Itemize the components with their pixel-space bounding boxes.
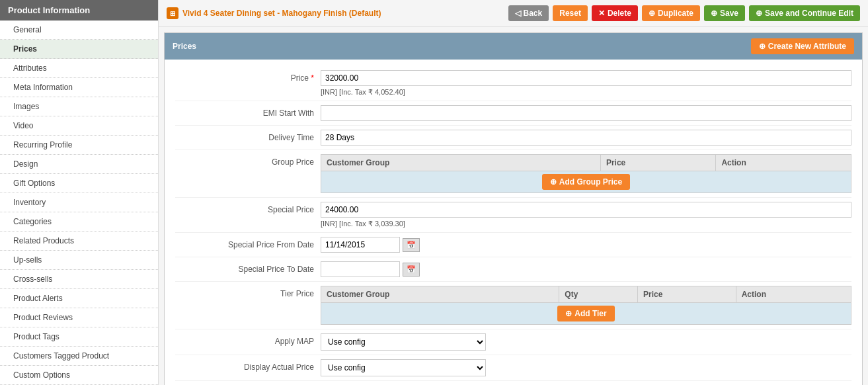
sidebar-item-customers-tagged[interactable]: Customers Tagged Product: [0, 347, 158, 366]
add-tier-row: ⊕ Add Tier: [321, 303, 851, 325]
calendar-from-button[interactable]: 📅: [403, 238, 420, 252]
special-price-to-label: Special Price To Date: [175, 261, 321, 277]
price-required: *: [311, 73, 314, 83]
group-price-row: Group Price Customer Group Price Action: [175, 150, 851, 198]
sidebar-header: Product Information: [0, 0, 158, 21]
special-price-from-row: Special Price From Date 📅: [175, 233, 851, 257]
group-price-field: Customer Group Price Action ⊕: [321, 154, 851, 193]
tier-price-table: Customer Group Qty Price Action: [321, 286, 851, 325]
product-title: ⊞ Vivid 4 Seater Dining set - Mahogany F…: [167, 7, 504, 19]
apply-map-select[interactable]: Use config Yes No: [321, 333, 486, 351]
emi-label: EMI Start With: [175, 105, 321, 121]
add-group-price-row: ⊕ Add Group Price: [321, 171, 851, 193]
tier-col-2: Qty: [559, 286, 638, 303]
sidebar-item-inventory[interactable]: Inventory: [0, 193, 158, 212]
group-price-table: Customer Group Price Action ⊕: [321, 154, 851, 193]
sidebar-item-product-reviews[interactable]: Product Reviews: [0, 308, 158, 327]
special-price-from-field: 📅: [321, 237, 851, 253]
sidebar-item-custom-options[interactable]: Custom Options: [0, 366, 158, 385]
sidebar-item-related-products[interactable]: Related Products: [0, 232, 158, 251]
calendar-to-button[interactable]: 📅: [403, 263, 420, 277]
apply-map-field: Use config Yes No: [321, 333, 851, 351]
sidebar-item-video[interactable]: Video: [0, 116, 158, 136]
save-button[interactable]: ⊕ Save: [704, 5, 745, 21]
sidebar-item-gift-options[interactable]: Gift Options: [0, 174, 158, 193]
price-tax: [INR] [Inc. Tax ₹ 4,052.40]: [321, 88, 851, 97]
reset-button[interactable]: Reset: [553, 5, 588, 21]
sidebar-item-product-tags[interactable]: Product Tags: [0, 327, 158, 347]
apply-map-row: Apply MAP Use config Yes No: [175, 329, 851, 355]
save-icon: ⊕: [711, 9, 717, 18]
delivery-row: Delivey Time: [175, 126, 851, 150]
price-field: [INR] [Inc. Tax ₹ 4,052.40]: [321, 70, 851, 97]
special-price-from-input[interactable]: [321, 237, 400, 253]
emi-field: [321, 105, 851, 121]
sidebar-item-categories[interactable]: Categories: [0, 212, 158, 232]
sidebar-item-cross-sells[interactable]: Cross-sells: [0, 270, 158, 289]
sidebar-item-meta-information[interactable]: Meta Information: [0, 78, 158, 97]
special-price-to-input[interactable]: [321, 261, 400, 277]
tier-price-field: Customer Group Qty Price Action: [321, 286, 851, 325]
special-price-tax: [INR] [Inc. Tax ₹ 3,039.30]: [321, 220, 851, 228]
main-content: ⊞ Vivid 4 Seater Dining set - Mahogany F…: [159, 0, 868, 385]
sidebar-item-images[interactable]: Images: [0, 97, 158, 116]
back-button[interactable]: ◁ Back: [508, 5, 549, 21]
group-price-col-1: Customer Group: [321, 155, 601, 171]
special-price-to-row: Special Price To Date 📅: [175, 257, 851, 282]
delete-icon: ✕: [598, 9, 605, 18]
display-actual-row: Display Actual Price Use config Yes No: [175, 355, 851, 381]
save-continue-icon: ⊕: [756, 9, 762, 18]
delivery-input[interactable]: [321, 130, 851, 146]
display-actual-field: Use config Yes No: [321, 359, 851, 376]
tier-col-4: Action: [736, 286, 851, 303]
create-attr-button[interactable]: ⊕ Create New Attribute: [751, 38, 854, 54]
save-continue-button[interactable]: ⊕ Save and Continue Edit: [749, 5, 860, 21]
group-price-col-3: Action: [716, 155, 851, 171]
date-to-wrap: 📅: [321, 261, 851, 277]
special-price-to-field: 📅: [321, 261, 851, 277]
apply-map-label: Apply MAP: [175, 333, 321, 349]
display-actual-label: Display Actual Price: [175, 359, 321, 375]
emi-input[interactable]: [321, 105, 851, 121]
delivery-field: [321, 130, 851, 146]
sidebar-item-design[interactable]: Design: [0, 155, 158, 174]
sidebar-item-product-alerts[interactable]: Product Alerts: [0, 289, 158, 308]
special-price-field: [INR] [Inc. Tax ₹ 3,039.30]: [321, 202, 851, 228]
date-from-wrap: 📅: [321, 237, 851, 253]
price-row: Price * [INR] [Inc. Tax ₹ 4,052.40]: [175, 66, 851, 101]
sidebar-item-recurring-profile[interactable]: Recurring Profile: [0, 136, 158, 155]
sidebar-item-attributes[interactable]: Attributes: [0, 59, 158, 78]
tier-col-3: Price: [638, 286, 736, 303]
tier-col-1: Customer Group: [321, 286, 559, 303]
delivery-label: Delivey Time: [175, 130, 321, 146]
create-attr-icon: ⊕: [759, 42, 766, 51]
topbar: ⊞ Vivid 4 Seater Dining set - Mahogany F…: [159, 0, 868, 27]
msrp-row: Manufacturer's Suggested Retail Price [I…: [175, 381, 851, 385]
special-price-label: Special Price: [175, 202, 321, 218]
special-price-input[interactable]: [321, 202, 851, 218]
tier-price-label: Tier Price: [175, 286, 321, 302]
add-tier-button[interactable]: ⊕ Add Tier: [557, 306, 614, 321]
duplicate-icon: ⊕: [649, 9, 655, 18]
sidebar-item-general[interactable]: General: [0, 21, 158, 40]
group-price-col-2: Price: [600, 155, 716, 171]
special-price-from-label: Special Price From Date: [175, 237, 321, 253]
section-content: Price * [INR] [Inc. Tax ₹ 4,052.40] EMI …: [165, 60, 862, 385]
emi-row: EMI Start With: [175, 101, 851, 126]
add-group-icon: ⊕: [550, 177, 557, 187]
sidebar: Product Information GeneralPricesAttribu…: [0, 0, 159, 385]
sidebar-item-up-sells[interactable]: Up-sells: [0, 251, 158, 270]
price-input[interactable]: [321, 70, 851, 86]
sidebar-item-prices[interactable]: Prices: [0, 40, 158, 59]
price-label: Price *: [175, 70, 321, 86]
prices-section: Prices ⊕ Create New Attribute Price * [I…: [164, 32, 863, 385]
tier-price-row: Tier Price Customer Group Qty Price Acti…: [175, 282, 851, 329]
display-actual-select[interactable]: Use config Yes No: [321, 359, 486, 376]
product-icon: ⊞: [167, 7, 178, 19]
group-price-label: Group Price: [175, 154, 321, 170]
special-price-row: Special Price [INR] [Inc. Tax ₹ 3,039.30…: [175, 198, 851, 233]
add-group-price-button[interactable]: ⊕ Add Group Price: [542, 174, 630, 190]
delete-button[interactable]: ✕ Delete: [592, 5, 638, 21]
duplicate-button[interactable]: ⊕ Duplicate: [642, 5, 700, 21]
back-icon: ◁: [515, 9, 521, 18]
